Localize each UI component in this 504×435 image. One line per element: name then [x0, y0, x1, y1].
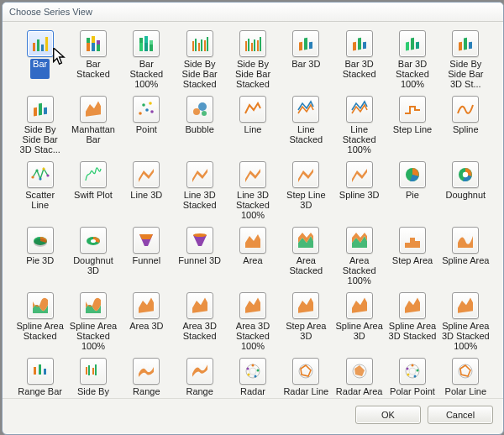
series-view-item-bar-3d-stacked-100[interactable]: Bar 3D Stacked 100% — [388, 30, 436, 89]
spline-icon — [452, 96, 479, 123]
series-view-item-spline[interactable]: Spline — [442, 96, 490, 155]
svg-marker-75 — [139, 297, 154, 313]
dialog-choose-series-view: Choose Series View BarBar StackedBar Sta… — [2, 2, 504, 435]
series-view-item-line[interactable]: Line — [228, 96, 276, 155]
area-3d-icon — [133, 292, 160, 319]
svg-rect-34 — [363, 42, 366, 50]
svg-point-48 — [150, 102, 153, 105]
spline-area-icon — [452, 227, 479, 254]
series-view-item-area-3d-stk-100[interactable]: Area 3D Stacked 100% — [228, 292, 276, 351]
series-view-item-line-stacked[interactable]: Line Stacked — [282, 96, 330, 155]
series-view-item-step-line-3d[interactable]: Step Line 3D — [282, 161, 330, 220]
series-view-item-point[interactable]: Point — [123, 96, 171, 155]
svg-rect-20 — [201, 39, 202, 51]
series-view-item-spline-area[interactable]: Spline Area — [442, 227, 490, 286]
series-view-item-area-stacked-100[interactable]: Area Stacked 100% — [335, 227, 383, 286]
svg-rect-36 — [411, 38, 414, 50]
series-view-item-swift-plot[interactable]: Swift Plot — [69, 161, 117, 220]
svg-rect-19 — [198, 43, 200, 51]
svg-rect-14 — [144, 36, 148, 43]
series-view-item-manhattan-bar[interactable]: Manhattan Bar — [69, 96, 117, 155]
cancel-button[interactable]: Cancel — [428, 406, 493, 424]
funnel-3d-icon — [186, 227, 213, 254]
series-view-item-spline-3d[interactable]: Spline 3D — [335, 161, 383, 220]
series-view-item-radar-area[interactable]: Radar Area — [335, 358, 383, 398]
series-view-item-step-line[interactable]: Step Line — [388, 96, 436, 155]
series-view-item-label: Spline Area 3D — [335, 321, 383, 341]
series-view-item-range-area[interactable]: Range Area — [123, 358, 171, 398]
svg-marker-80 — [405, 297, 420, 313]
svg-marker-78 — [298, 297, 313, 313]
area-stacked-icon — [292, 227, 319, 254]
area-stacked-100-icon — [346, 227, 373, 254]
series-view-item-area-stacked[interactable]: Area Stacked — [282, 227, 330, 286]
sbs-bar-stacked-icon — [186, 30, 213, 57]
series-view-item-sbs-bar-stacked-100[interactable]: Side By Side Bar Stacked — [228, 30, 276, 89]
series-view-item-range-area-3d[interactable]: Range Area 3D — [176, 358, 223, 398]
series-view-item-spline-area-3d-stk[interactable]: Spline Area 3D Stacked — [388, 292, 436, 351]
series-view-item-spline-area-3d-100[interactable]: Spline Area 3D Stacked 100% — [442, 292, 490, 351]
svg-rect-84 — [44, 369, 46, 375]
svg-rect-2 — [41, 45, 44, 51]
series-view-item-line-3d[interactable]: Line 3D — [123, 161, 171, 220]
series-view-item-line-3d-st-100[interactable]: Line 3D Stacked 100% — [228, 161, 276, 220]
svg-point-55 — [39, 177, 41, 180]
line-3d-st-100-icon — [239, 161, 266, 188]
series-view-item-bar-3d[interactable]: Bar 3D — [282, 30, 330, 89]
series-view-item-step-area-3d[interactable]: Step Area 3D — [282, 292, 330, 351]
series-view-item-area[interactable]: Area — [228, 227, 276, 286]
series-view-item-doughnut[interactable]: Doughnut — [442, 161, 490, 220]
series-view-item-sbs-range-bar[interactable]: Side By Side Range Bar — [69, 358, 117, 398]
svg-rect-40 — [469, 42, 472, 50]
series-view-item-line-stacked-100[interactable]: Line Stacked 100% — [335, 96, 383, 155]
series-view-item-label: Bar 3D Stacked — [335, 59, 383, 79]
ok-button[interactable]: OK — [355, 406, 421, 424]
series-view-item-bar-3d-stacked[interactable]: Bar 3D Stacked — [335, 30, 383, 89]
series-view-item-doughnut-3d[interactable]: Doughnut 3D — [69, 227, 117, 286]
series-view-item-polar-point[interactable]: Polar Point — [388, 358, 436, 398]
series-view-item-label: Range Area — [123, 386, 171, 398]
sbs-bar-stacked-100-icon — [239, 30, 266, 57]
series-view-item-spline-area-stk[interactable]: Spline Area Stacked — [16, 292, 64, 351]
series-view-item-label: Area 3D — [129, 321, 163, 341]
series-view-item-radar-line[interactable]: Radar Line — [282, 358, 330, 398]
svg-point-91 — [251, 364, 254, 367]
series-view-item-bar[interactable]: Bar — [16, 30, 64, 89]
series-view-item-line-3d-stacked[interactable]: Line 3D Stacked — [176, 161, 223, 220]
series-view-item-area-3d[interactable]: Area 3D — [123, 292, 171, 351]
series-view-item-spline-area-stk-100[interactable]: Spline Area Stacked 100% — [69, 292, 117, 351]
svg-marker-99 — [354, 365, 365, 376]
series-view-item-area-3d-stacked[interactable]: Area 3D Stacked — [176, 292, 223, 351]
series-view-item-step-area[interactable]: Step Area — [388, 227, 436, 286]
series-view-item-sbs-bar-stacked[interactable]: Side By Side Bar Stacked — [176, 30, 223, 89]
series-view-item-bar-stacked-100[interactable]: Bar Stacked 100% — [123, 30, 171, 89]
series-view-item-spline-area-3d[interactable]: Spline Area 3D — [335, 292, 383, 351]
series-view-item-bubble[interactable]: Bubble — [176, 96, 223, 155]
series-view-item-pie[interactable]: Pie — [388, 161, 436, 220]
svg-rect-35 — [406, 42, 409, 51]
series-view-item-radar-point[interactable]: Radar Point — [228, 358, 276, 398]
line-icon — [239, 96, 266, 123]
series-view-item-label: Funnel — [133, 255, 161, 275]
series-view-item-funnel-3d[interactable]: Funnel 3D — [176, 227, 223, 286]
series-view-item-polar-line[interactable]: Polar Line — [442, 358, 490, 398]
series-view-item-range-bar[interactable]: Range Bar — [16, 358, 64, 398]
step-line-icon — [399, 96, 426, 123]
series-view-item-bar-stacked[interactable]: Bar Stacked — [69, 30, 117, 89]
series-view-item-pie-3d[interactable]: Pie 3D — [16, 227, 64, 286]
series-view-item-label: Bubble — [186, 124, 214, 144]
series-view-item-label: Funnel 3D — [178, 255, 221, 275]
series-view-item-sbs-bar-3d-st[interactable]: Side By Side Bar 3D St... — [442, 30, 490, 89]
svg-point-46 — [143, 103, 146, 107]
series-view-item-label: Side By Side Bar 3D Stac... — [16, 124, 64, 155]
series-view-item-label: Polar Point — [390, 386, 435, 398]
series-view-item-scatter-line[interactable]: Scatter Line — [16, 161, 64, 220]
area-3d-stk-100-icon — [239, 292, 266, 319]
svg-rect-23 — [245, 41, 247, 51]
series-view-item-sbs-bar-3d-stac[interactable]: Side By Side Bar 3D Stac... — [16, 96, 64, 155]
series-view-item-funnel[interactable]: Funnel — [123, 227, 171, 286]
svg-point-57 — [46, 174, 49, 176]
series-view-item-label: Area Stacked — [282, 255, 330, 275]
svg-point-62 — [34, 238, 47, 247]
series-view-item-label: Bar 3D — [291, 59, 320, 79]
